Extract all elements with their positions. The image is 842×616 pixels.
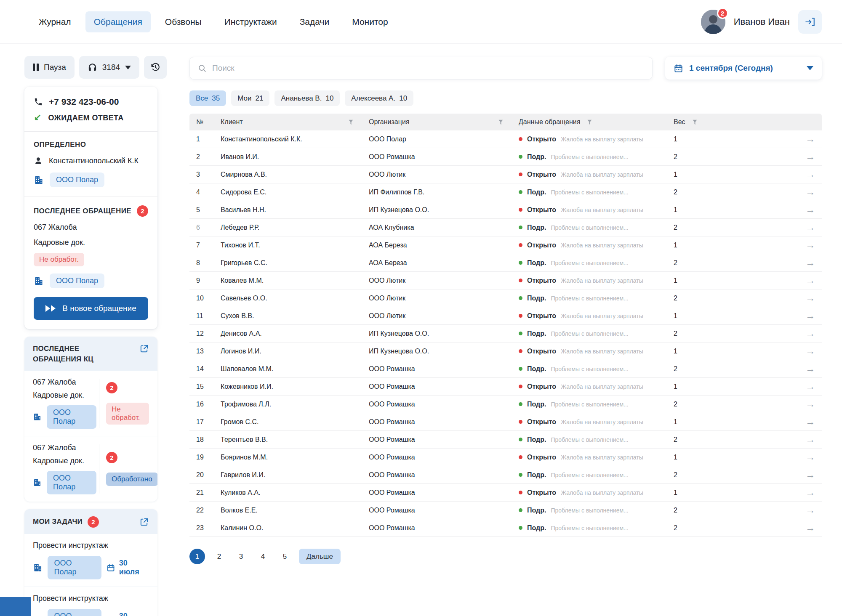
row-client: Савельев О.О. (221, 295, 369, 302)
open-kc-appeals-button[interactable] (139, 344, 149, 353)
filter-chip[interactable]: Мои21 (231, 90, 269, 106)
table-row[interactable]: 11 Сухов В.В. ООО Лютик Открыто Жалоба н… (189, 307, 822, 325)
filter-chip[interactable]: Алексеева А.10 (345, 90, 413, 106)
task-card[interactable]: Провести инструктаж ООО Полар 30 июля (24, 587, 157, 616)
filter-chip[interactable]: Все35 (189, 90, 226, 106)
table-row[interactable]: 23 Калинин О.О. ООО Ромашка Подр. Пробле… (189, 519, 822, 537)
filter-funnel-icon[interactable] (497, 119, 504, 126)
table-row[interactable]: 3 Смирнова А.В. ООО Лютик Открыто Жалоба… (189, 166, 822, 183)
filter-funnel-icon[interactable] (691, 119, 698, 126)
date-picker[interactable]: 1 сентября (Сегодня) (665, 57, 822, 80)
row-number: 14 (196, 365, 221, 373)
task-due-date[interactable]: 30 июля (107, 612, 149, 616)
table-row[interactable]: 7 Тихонов И.Т. АОА Береза Открыто Жалоба… (189, 236, 822, 254)
nav-tab-журнал[interactable]: Журнал (30, 11, 80, 32)
search-input[interactable] (212, 64, 645, 73)
page-button-3[interactable]: 3 (233, 549, 249, 564)
row-open-arrow-icon[interactable]: → (805, 417, 815, 427)
page-button-5[interactable]: 5 (277, 549, 293, 564)
table-row[interactable]: 13 Логинов И.И. ИП Кузнецова О.О. Открыт… (189, 343, 822, 360)
pause-button[interactable]: Пауза (24, 56, 75, 79)
nav-tab-обзвоны[interactable]: Обзвоны (157, 11, 210, 32)
org-link[interactable]: ООО Полар (47, 405, 96, 429)
table-row[interactable]: 2 Иванов И.И. ООО Ромашка Подр. Проблемы… (189, 148, 822, 166)
row-open-arrow-icon[interactable]: → (805, 311, 815, 321)
table-row[interactable]: 9 Ковалев М.М. ООО Лютик Открыто Жалоба … (189, 272, 822, 289)
kc-appeal-card[interactable]: 067 Жалоба Кадровые док. ООО Полар 2 Обр… (24, 436, 157, 502)
corner-widget[interactable] (0, 597, 31, 616)
row-number: 11 (196, 312, 221, 320)
table-row[interactable]: 14 Шаповалов М.М. ООО Ромашка Подр. Проб… (189, 360, 822, 378)
next-page-button[interactable]: Дальше (299, 549, 341, 564)
avatar[interactable]: 2 (701, 10, 725, 34)
row-open-arrow-icon[interactable]: → (805, 435, 815, 444)
logout-button[interactable] (798, 10, 822, 34)
table-row[interactable]: 20 Гаврилов И.И. ООО Ромашка Подр. Пробл… (189, 466, 822, 484)
org-link[interactable]: ООО Полар (48, 609, 101, 616)
row-client: Шаповалов М.М. (221, 365, 369, 373)
table-row[interactable]: 21 Куликов А.А. ООО Ромашка Открыто Жало… (189, 484, 822, 502)
row-open-arrow-icon[interactable]: → (805, 223, 815, 232)
row-open-arrow-icon[interactable]: → (805, 240, 815, 250)
row-open-arrow-icon[interactable]: → (805, 488, 815, 497)
filter-funnel-icon[interactable] (347, 119, 354, 126)
table-row[interactable]: 4 Сидорова Е.С. ИП Филиппов Г.В. Подр. П… (189, 183, 822, 201)
table-row[interactable]: 15 Кожевников И.И. ООО Ромашка Открыто Ж… (189, 378, 822, 396)
row-open-arrow-icon[interactable]: → (805, 470, 815, 480)
table-row[interactable]: 16 Трофимова Л.Л. ООО Ромашка Подр. Проб… (189, 396, 822, 413)
page-button-4[interactable]: 4 (255, 549, 271, 564)
table-row[interactable]: 10 Савельев О.О. ООО Лютик Подр. Проблем… (189, 289, 822, 307)
row-open-arrow-icon[interactable]: → (805, 293, 815, 303)
row-open-arrow-icon[interactable]: → (805, 329, 815, 338)
org-link[interactable]: ООО Полар (50, 273, 104, 288)
row-organization: ООО Полар (369, 135, 519, 143)
table-row[interactable]: 12 Денисов А.А. ИП Кузнецова О.О. Подр. … (189, 325, 822, 343)
nav-tab-инструктажи[interactable]: Инструктажи (216, 11, 285, 32)
row-open-arrow-icon[interactable]: → (805, 134, 815, 144)
nav-tab-монитор[interactable]: Монитор (344, 11, 396, 32)
table-row[interactable]: 8 Григорьев С.С. АОА Береза Подр. Пробле… (189, 254, 822, 272)
row-number: 21 (196, 489, 221, 497)
row-open-arrow-icon[interactable]: → (805, 505, 815, 515)
row-status-label: Открыто (527, 312, 556, 320)
row-open-arrow-icon[interactable]: → (805, 452, 815, 462)
row-open-arrow-icon[interactable]: → (805, 399, 815, 409)
row-number: 12 (196, 330, 221, 337)
table-row[interactable]: 5 Васильев Н.Н. ИП Кузнецова О.О. Открыт… (189, 201, 822, 219)
row-open-arrow-icon[interactable]: → (805, 258, 815, 268)
page-button-1[interactable]: 1 (189, 549, 205, 564)
table-row[interactable]: 6 Лебедев Р.Р. АОА Клубника Подр. Пробле… (189, 219, 822, 236)
row-open-arrow-icon[interactable]: → (805, 382, 815, 391)
filter-funnel-icon[interactable] (586, 119, 593, 126)
table-row[interactable]: 18 Терентьев В.В. ООО Ромашка Подр. Проб… (189, 431, 822, 449)
nav-tab-задачи[interactable]: Задачи (291, 11, 338, 32)
extension-selector[interactable]: 3184 (79, 56, 139, 79)
nav-tab-обращения[interactable]: Обращения (85, 11, 151, 32)
filter-chip[interactable]: Ананьева В.10 (274, 90, 340, 106)
row-open-arrow-icon[interactable]: → (805, 187, 815, 197)
org-link[interactable]: ООО Полар (48, 556, 101, 579)
table-row[interactable]: 17 Громов С.С. ООО Ромашка Открыто Жалоб… (189, 413, 822, 431)
table-row[interactable]: 19 Бояринов М.М. ООО Ромашка Открыто Жал… (189, 449, 822, 466)
status-dot-icon (519, 155, 522, 159)
row-open-arrow-icon[interactable]: → (805, 364, 815, 374)
kc-appeal-doc: Кадровые док. (33, 457, 96, 465)
kc-appeal-card[interactable]: 067 Жалоба Кадровые док. ООО Полар 2 Не … (24, 371, 157, 436)
table-row[interactable]: 22 Волков Е.Е. ООО Ромашка Подр. Проблем… (189, 502, 822, 519)
row-open-arrow-icon[interactable]: → (805, 152, 815, 162)
row-client: Константинопольский К.К. (221, 135, 369, 143)
org-link[interactable]: ООО Полар (50, 173, 104, 187)
org-link[interactable]: ООО Полар (47, 471, 96, 494)
call-history-button[interactable] (144, 56, 167, 79)
row-open-arrow-icon[interactable]: → (805, 346, 815, 356)
row-open-arrow-icon[interactable]: → (805, 170, 815, 179)
row-open-arrow-icon[interactable]: → (805, 205, 815, 215)
task-due-date[interactable]: 30 июля (107, 559, 149, 576)
table-row[interactable]: 1 Константинопольский К.К. ООО Полар Отк… (189, 130, 822, 148)
to-new-appeal-button[interactable]: В новое обращение (34, 297, 148, 320)
row-open-arrow-icon[interactable]: → (805, 523, 815, 533)
open-my-tasks-button[interactable] (139, 517, 149, 527)
row-open-arrow-icon[interactable]: → (805, 276, 815, 285)
task-card[interactable]: Провести инструктаж ООО Полар 30 июля (24, 534, 157, 587)
page-button-2[interactable]: 2 (211, 549, 227, 564)
